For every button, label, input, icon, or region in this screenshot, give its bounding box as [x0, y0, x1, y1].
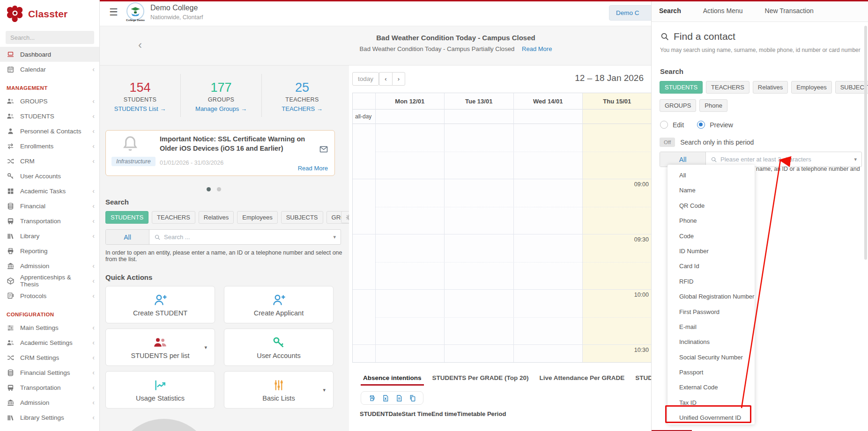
brand-logo[interactable]: Classter: [0, 0, 99, 27]
dropdown-option[interactable]: Passport: [668, 365, 755, 380]
dropdown-option[interactable]: Phone: [668, 213, 755, 228]
sidebar-search-input[interactable]: [6, 31, 94, 44]
dropdown-option[interactable]: Social Security Number: [668, 350, 755, 365]
sidebar-item[interactable]: CRM Settings ‹: [0, 350, 99, 365]
entity-tab[interactable]: Employees: [791, 81, 831, 94]
stat-link[interactable]: STUDENTS List →: [100, 105, 180, 112]
dropdown-option[interactable]: Inclinations: [668, 335, 755, 350]
file-excel-icon[interactable]: [382, 394, 389, 402]
sidebar-item[interactable]: Library Settings ‹: [0, 410, 99, 425]
dropdown-option[interactable]: First Password: [668, 305, 755, 320]
contact-search-input[interactable]: [720, 156, 851, 163]
dropdown-option[interactable]: Code: [668, 229, 755, 244]
calendar-slot-row[interactable]: 10:30: [353, 344, 651, 363]
sidebar-item[interactable]: Dashboard ‹: [0, 47, 99, 62]
quick-action-card[interactable]: Usage Statistics ▾: [105, 371, 215, 409]
dropdown-option[interactable]: Tax ID: [668, 395, 755, 410]
radio-icon[interactable]: [697, 121, 705, 129]
entity-tab[interactable]: STUDENTS: [105, 211, 148, 224]
print-icon[interactable]: [368, 394, 376, 402]
dropdown-option[interactable]: Card Id: [668, 259, 755, 274]
calendar-slot-row[interactable]: 10:00: [353, 289, 651, 344]
dropdown-option[interactable]: QR Code: [668, 198, 755, 213]
copy-icon[interactable]: [409, 394, 416, 402]
quick-action-card[interactable]: Create Applicant ▾: [224, 286, 334, 323]
stat-link[interactable]: Manage Groups →: [181, 105, 261, 112]
widget-tab[interactable]: Absence intentions: [363, 374, 422, 386]
entity-tab[interactable]: Relatives: [199, 211, 234, 224]
chevron-down-icon[interactable]: ▾: [323, 387, 326, 393]
sidebar-item[interactable]: CRM ‹: [0, 153, 99, 168]
carousel-dot[interactable]: [217, 187, 221, 191]
calendar-slot-row[interactable]: 09:30: [353, 234, 651, 289]
banner-prev-icon[interactable]: ‹: [138, 38, 142, 51]
sidebar-item[interactable]: Admission ‹: [0, 258, 99, 273]
dropdown-option[interactable]: Unified Government ID: [668, 410, 755, 425]
chevron-down-icon[interactable]: ▾: [333, 234, 336, 240]
quick-action-card[interactable]: User Accounts ▾: [224, 329, 334, 366]
sidebar-item[interactable]: Admission ‹: [0, 395, 99, 410]
calendar-slots[interactable]: 09:00 09:30 10:00 10:30: [353, 124, 651, 363]
quick-action-card[interactable]: Create STUDENT ▾: [105, 286, 215, 323]
sidebar-item[interactable]: User Accounts ‹: [0, 168, 99, 183]
entity-tab[interactable]: Employees: [237, 211, 277, 224]
search-category-selector[interactable]: All: [106, 230, 149, 244]
dropdown-option[interactable]: ID Number: [668, 244, 755, 259]
chevron-down-icon[interactable]: ▾: [854, 156, 857, 162]
mode-radio-option[interactable]: Preview: [697, 121, 733, 129]
sidebar-item[interactable]: GROUPS ‹: [0, 94, 99, 109]
sidebar-item[interactable]: Protocols ‹: [0, 288, 99, 303]
sidebar-item[interactable]: Financial Settings ‹: [0, 365, 99, 380]
sidebar-item[interactable]: Calendar ‹: [0, 62, 99, 77]
dropdown-option[interactable]: External Code: [668, 380, 755, 395]
widget-tab[interactable]: Live Attendance Per GRADE: [540, 374, 625, 386]
sidebar-item[interactable]: Personnel & Contacts ‹: [0, 124, 99, 139]
sidebar-item[interactable]: Financial ‹: [0, 198, 99, 213]
dropdown-option[interactable]: All: [668, 168, 755, 183]
entity-tab[interactable]: Phone: [699, 99, 727, 112]
entity-tab[interactable]: GROUPS: [660, 99, 696, 112]
entity-tab[interactable]: STUDENTS: [660, 81, 703, 94]
quick-action-card[interactable]: STUDENTS per list ▾: [105, 329, 215, 366]
stat-link[interactable]: TEACHERS →: [262, 105, 342, 112]
scrollbar-thumb[interactable]: [864, 26, 867, 260]
calendar-today-button[interactable]: today: [352, 72, 379, 86]
banner-read-more-link[interactable]: Read More: [522, 45, 552, 52]
calendar-slot-row[interactable]: 09:00: [353, 179, 651, 234]
panel-tab[interactable]: Actions Menu: [703, 7, 743, 15]
carousel-dot-active[interactable]: [207, 187, 211, 191]
sidebar-item[interactable]: Transportation ‹: [0, 213, 99, 228]
dropdown-option[interactable]: RFID: [668, 274, 755, 289]
sidebar-item[interactable]: Enrollments ‹: [0, 139, 99, 153]
school-logo[interactable]: College Demo: [124, 2, 147, 24]
period-selector-button[interactable]: Demo C: [609, 5, 651, 21]
chevron-down-icon[interactable]: ▾: [204, 344, 207, 351]
main-search-input[interactable]: [164, 234, 330, 241]
sidebar-item[interactable]: Reporting ‹: [0, 243, 99, 258]
entity-tab[interactable]: SUBJECTS: [281, 211, 323, 224]
panel-tab[interactable]: Search: [659, 7, 681, 15]
sidebar-item[interactable]: Main Settings ‹: [0, 320, 99, 335]
widget-tab[interactable]: STUDENTS Per GRADE (Top 20): [432, 374, 529, 386]
file-doc-icon[interactable]: [395, 394, 403, 402]
calendar-prev-button[interactable]: ‹: [379, 72, 392, 86]
sidebar-item[interactable]: Transportation ‹: [0, 380, 99, 395]
notice-card[interactable]: Infrastructure Important Notice: SSL Cer…: [105, 130, 335, 176]
sidebar-item[interactable]: Library ‹: [0, 228, 99, 243]
mode-radio-option[interactable]: Edit: [660, 121, 684, 129]
sidebar-item[interactable]: Apprenticeships & Thesis ‹: [0, 273, 99, 288]
dropdown-option[interactable]: Global Registration Number: [668, 289, 755, 304]
radio-icon[interactable]: [660, 121, 668, 129]
sidebar-item[interactable]: STUDENTS ‹: [0, 109, 99, 124]
quick-action-card[interactable]: Basic Lists ▾: [224, 371, 334, 409]
entity-tab[interactable]: Relatives: [753, 81, 788, 94]
calendar-next-button[interactable]: ›: [392, 72, 405, 86]
panel-tab[interactable]: New Transaction: [765, 7, 814, 15]
entity-tab[interactable]: TEACHERS: [152, 211, 195, 224]
sidebar-item[interactable]: Academic Tasks ‹: [0, 183, 99, 198]
mail-icon[interactable]: [319, 145, 328, 154]
dropdown-option[interactable]: E-mail: [668, 320, 755, 335]
sidebar-item[interactable]: Academic Settings ‹: [0, 335, 99, 350]
entity-tab[interactable]: SUBJECTS: [835, 81, 868, 94]
toggle-off-switch[interactable]: Off: [660, 138, 675, 147]
